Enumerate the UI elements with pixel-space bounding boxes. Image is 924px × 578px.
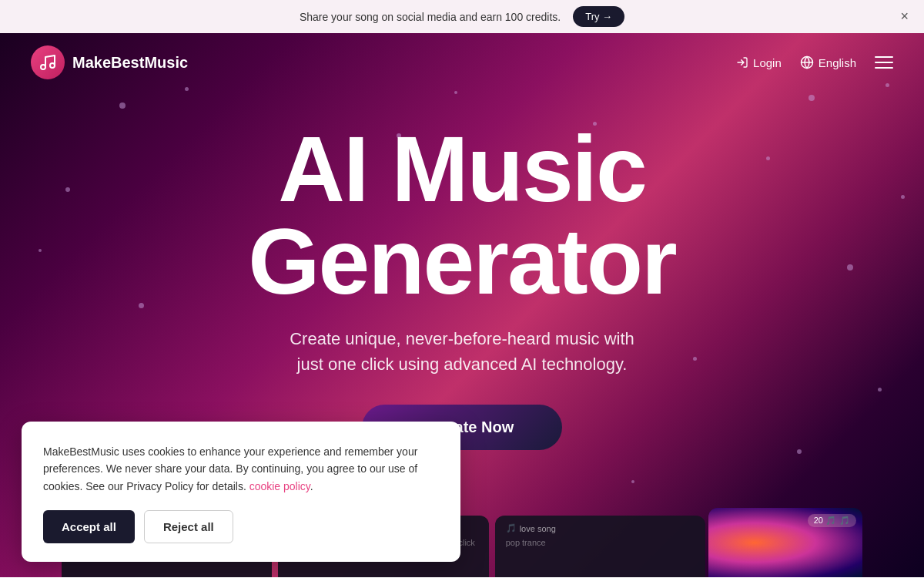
hero-title-line1: AI Music: [278, 117, 645, 220]
cookie-buttons: Accept all Reject all: [43, 510, 439, 543]
cookie-banner: MakeBestMusic uses cookies to enhance yo…: [22, 422, 460, 562]
logo-icon: [31, 45, 65, 79]
cookie-policy-link[interactable]: cookie policy: [249, 480, 310, 492]
globe-icon: [800, 55, 814, 69]
nav-right: Login English: [736, 55, 893, 69]
language-label: English: [819, 56, 856, 69]
hero-section: MakeBestMusic Login English: [0, 33, 924, 577]
announcement-text: Share your song on social media and earn…: [300, 11, 561, 23]
logo-area[interactable]: MakeBestMusic: [31, 45, 188, 79]
language-button[interactable]: English: [800, 55, 856, 69]
hamburger-menu-button[interactable]: [875, 56, 893, 69]
love-song-card: 🎵 love song pop trance: [495, 516, 705, 577]
hero-content: AI Music Generator Create unique, never-…: [0, 92, 924, 450]
hero-title-line2: Generator: [248, 210, 676, 313]
menu-line: [875, 67, 893, 69]
decorative-dot: [631, 480, 634, 483]
hero-subtitle-line2: just one click using advanced AI technol…: [297, 355, 628, 374]
music-logo-svg: [38, 53, 57, 72]
cosmic-image-card: 20 🎵 🎵: [708, 508, 862, 577]
cosmic-badge: 20 🎵 🎵: [808, 514, 856, 527]
music-icon: 🎵: [839, 516, 850, 526]
menu-line: [875, 56, 893, 58]
login-icon: [736, 56, 748, 69]
reject-all-button[interactable]: Reject all: [144, 510, 233, 543]
accept-all-button[interactable]: Accept all: [43, 510, 135, 543]
music-note-icon: 🎵: [506, 523, 517, 533]
cosmic-image: 20 🎵 🎵: [708, 508, 862, 577]
svg-point-1: [50, 63, 55, 68]
hero-subtitle-line1: Create unique, never-before-heard music …: [290, 329, 634, 348]
love-song-genre: pop trance: [506, 538, 695, 547]
navigation: MakeBestMusic Login English: [0, 33, 924, 92]
love-song-label: 🎵 love song: [506, 523, 695, 533]
try-button[interactable]: Try →: [573, 6, 624, 27]
cookie-text: MakeBestMusic uses cookies to enhance yo…: [43, 443, 439, 495]
announcement-bar: Share your song on social media and earn…: [0, 0, 924, 33]
hero-title: AI Music Generator: [0, 123, 924, 307]
menu-line: [875, 62, 893, 63]
login-label: Login: [753, 56, 782, 69]
login-button[interactable]: Login: [736, 56, 782, 69]
hero-subtitle: Create unique, never-before-heard music …: [0, 326, 924, 377]
logo-text: MakeBestMusic: [72, 54, 188, 72]
svg-point-0: [41, 65, 45, 69]
close-announcement-button[interactable]: ×: [900, 8, 909, 25]
